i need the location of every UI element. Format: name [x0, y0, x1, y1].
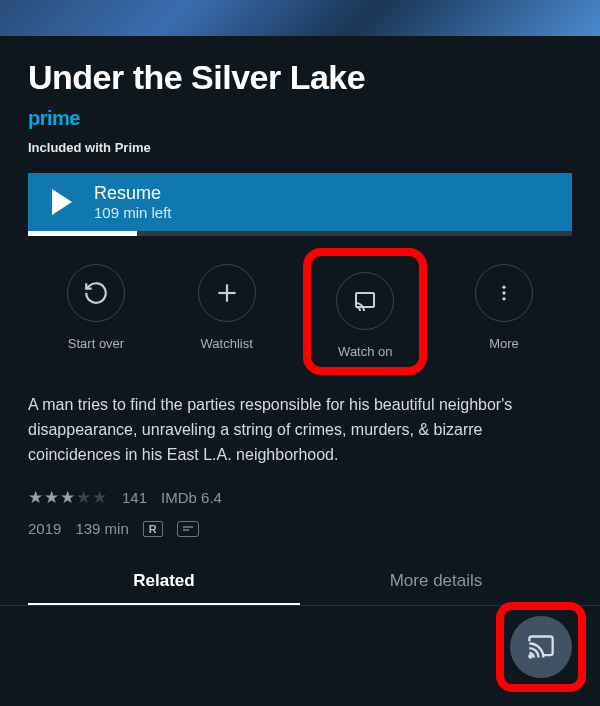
watch-on-button[interactable]: Watch on [315, 272, 415, 359]
svg-point-3 [502, 286, 505, 289]
meta-row: 2019 139 min R [28, 520, 572, 537]
prime-badge: prime [28, 107, 572, 130]
svg-point-8 [529, 655, 531, 657]
progress-bar [28, 231, 572, 236]
tabs: Related More details [28, 571, 572, 605]
year: 2019 [28, 520, 61, 537]
more-button[interactable]: More [454, 264, 554, 367]
action-row: Start over Watchlist Wat [28, 264, 572, 367]
hero-backdrop [0, 0, 600, 36]
subtitles-icon [177, 521, 199, 537]
mpaa-badge: R [143, 521, 163, 537]
star-rating: ★★★★★ [28, 487, 108, 508]
cast-fab-highlight [496, 602, 586, 692]
movie-title: Under the Silver Lake [28, 58, 572, 97]
svg-point-4 [502, 291, 505, 294]
tab-underline [28, 603, 300, 605]
rating-count: 141 [122, 489, 147, 506]
plus-icon [214, 280, 240, 306]
cast-icon [353, 289, 377, 313]
start-over-button[interactable]: Start over [46, 264, 146, 367]
resume-time-left: 109 min left [94, 204, 172, 221]
watchlist-button[interactable]: Watchlist [177, 264, 277, 367]
watch-on-highlight: Watch on [303, 248, 427, 375]
ratings-row: ★★★★★ 141 IMDb 6.4 [28, 487, 572, 508]
tab-related[interactable]: Related [28, 571, 300, 605]
restart-icon [83, 280, 109, 306]
svg-point-5 [502, 297, 505, 300]
more-vertical-icon [494, 283, 514, 303]
cast-icon [527, 633, 555, 661]
resume-button[interactable]: Resume 109 min left [28, 173, 572, 231]
runtime: 139 min [75, 520, 128, 537]
imdb-rating: IMDb 6.4 [161, 489, 222, 506]
tab-more-details[interactable]: More details [300, 571, 572, 605]
progress-fill [28, 231, 137, 236]
included-label: Included with Prime [28, 140, 572, 155]
svg-rect-2 [356, 293, 374, 307]
synopsis: A man tries to find the parties responsi… [28, 393, 572, 467]
cast-fab[interactable] [510, 616, 572, 678]
resume-label: Resume [94, 183, 172, 204]
play-icon [52, 189, 72, 215]
